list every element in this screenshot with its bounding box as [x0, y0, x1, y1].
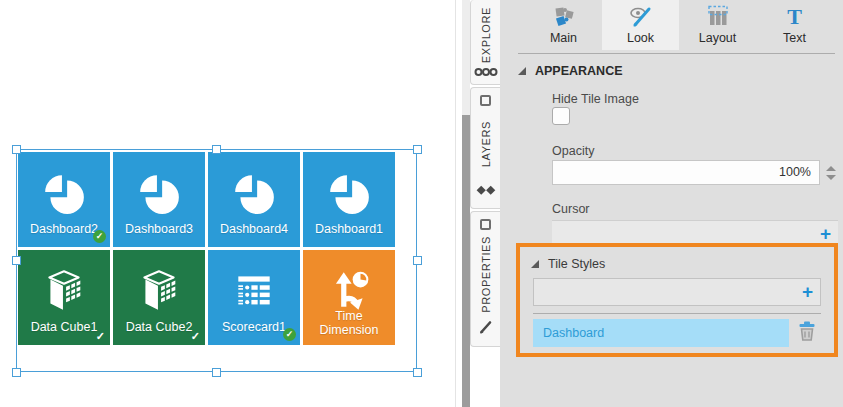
- tab-explore[interactable]: EXPLORE: [470, 0, 500, 85]
- tab-properties-label: PROPERTIES: [480, 236, 492, 313]
- tab-main[interactable]: Main: [525, 0, 602, 50]
- side-tab-strip: EXPLORE LAYERS PROPERTIES: [470, 0, 500, 407]
- scorecard-icon: [231, 266, 277, 314]
- puzzle-icon: [552, 4, 576, 28]
- selection-handle-top-middle[interactable]: [212, 145, 221, 154]
- tile-data-cube1[interactable]: Data Cube1 ✓: [18, 250, 110, 345]
- tile-dashboard4[interactable]: Dashboard4: [208, 152, 300, 247]
- selection-handle-bottom-middle[interactable]: [212, 368, 221, 377]
- selection-handle-top-left[interactable]: [12, 145, 21, 154]
- tile-styles-title: Tile Styles: [548, 257, 605, 271]
- columns-icon: [706, 4, 730, 28]
- hide-tile-image-label: Hide Tile Image: [552, 92, 639, 106]
- tile-label: Dashboard1: [307, 222, 391, 236]
- eye-brush-icon: [629, 4, 653, 28]
- check-icon: ✓: [191, 330, 200, 343]
- tile-style-item-dashboard[interactable]: Dashboard: [533, 319, 789, 347]
- tab-layers-label: LAYERS: [480, 121, 492, 167]
- tile-styles-add-button[interactable]: +: [802, 281, 813, 303]
- selection-handle-bottom-left[interactable]: [12, 368, 21, 377]
- appearance-title: APPEARANCE: [535, 64, 623, 78]
- spinner-down-icon[interactable]: [826, 175, 836, 180]
- tab-main-label: Main: [550, 31, 577, 45]
- check-badge-icon: ✓: [93, 230, 106, 243]
- tab-layout[interactable]: Layout: [679, 0, 756, 50]
- canvas-edge-divider: [455, 0, 456, 407]
- layers-diamond-icon: [476, 183, 496, 201]
- tile-style-item-label: Dashboard: [533, 319, 789, 347]
- tab-layers[interactable]: LAYERS: [470, 87, 500, 209]
- tile-time-dimension[interactable]: Time Dimension: [303, 250, 395, 345]
- appearance-section-header[interactable]: APPEARANCE: [518, 64, 623, 78]
- properties-panel: Main Look: [500, 0, 843, 407]
- pie-chart-icon: [41, 168, 87, 216]
- opacity-input[interactable]: 100%: [552, 160, 820, 185]
- selection-handle-bottom-right[interactable]: [413, 368, 422, 377]
- tile-label: Data Cube2: [117, 320, 201, 334]
- tile-dashboard3[interactable]: Dashboard3: [113, 152, 205, 247]
- selection-handle-top-right[interactable]: [413, 145, 422, 154]
- pie-chart-icon: [326, 168, 372, 216]
- pie-chart-icon: [136, 168, 182, 216]
- vertical-scrollbar[interactable]: [462, 0, 470, 407]
- scrollbar-thumb[interactable]: [462, 115, 470, 407]
- tile-data-cube2[interactable]: Data Cube2 ✓: [113, 250, 205, 345]
- selection-handle-middle-left[interactable]: [12, 256, 21, 265]
- check-badge-icon: ✓: [283, 328, 296, 341]
- tab-text-label: Text: [783, 31, 806, 45]
- data-cube-icon: [136, 266, 182, 314]
- selection-handle-middle-right[interactable]: [413, 256, 422, 265]
- tile-styles-highlight-box: Tile Styles + Dashboard: [516, 243, 838, 357]
- data-cube-icon: [41, 266, 87, 314]
- delete-tile-style-button[interactable]: [798, 321, 816, 341]
- check-icon: ✓: [96, 330, 105, 343]
- app-root: Dashboard2 ✓ Dashboard3 Dashboard4 Dashb…: [0, 0, 843, 407]
- tab-look-label: Look: [627, 31, 654, 45]
- design-canvas[interactable]: Dashboard2 ✓ Dashboard3 Dashboard4 Dashb…: [0, 0, 455, 407]
- tab-explore-label: EXPLORE: [480, 7, 492, 63]
- panel-tab-bar: Main Look: [525, 0, 833, 50]
- tile-label: Dashboard4: [212, 222, 296, 236]
- opacity-spinner[interactable]: [823, 161, 838, 185]
- tab-text[interactable]: T Text: [756, 0, 833, 50]
- tile-styles-input[interactable]: +: [533, 278, 821, 306]
- cursor-label: Cursor: [552, 202, 590, 216]
- expander-icon: [531, 260, 539, 268]
- tile-label: Data Cube1: [22, 320, 106, 334]
- pie-chart-icon: [231, 168, 277, 216]
- expander-icon: [518, 67, 526, 75]
- tile-dashboard1[interactable]: Dashboard1: [303, 152, 395, 247]
- tile-label: Dashboard3: [117, 222, 201, 236]
- tile-label: Time Dimension: [307, 309, 391, 337]
- pencil-icon: [478, 319, 494, 339]
- tile-scorecard1[interactable]: Scorecard1 ✓: [208, 250, 300, 345]
- opacity-label: Opacity: [552, 144, 594, 158]
- time-dimension-icon: [326, 266, 372, 314]
- database-icon: [474, 63, 498, 81]
- tile-styles-separator: [533, 313, 821, 314]
- square-icon: [480, 95, 491, 106]
- cursor-add-button[interactable]: +: [820, 223, 831, 245]
- text-icon: T: [787, 4, 802, 28]
- hide-tile-image-checkbox[interactable]: [552, 107, 570, 125]
- tile-dashboard2[interactable]: Dashboard2 ✓: [18, 152, 110, 247]
- tile-styles-section-header[interactable]: Tile Styles: [531, 257, 605, 271]
- tab-layout-label: Layout: [699, 31, 737, 45]
- square-icon: [480, 219, 491, 230]
- spinner-up-icon[interactable]: [826, 166, 836, 171]
- tab-properties[interactable]: PROPERTIES: [470, 211, 500, 347]
- tab-separator: [518, 53, 835, 54]
- tab-look[interactable]: Look: [602, 0, 679, 50]
